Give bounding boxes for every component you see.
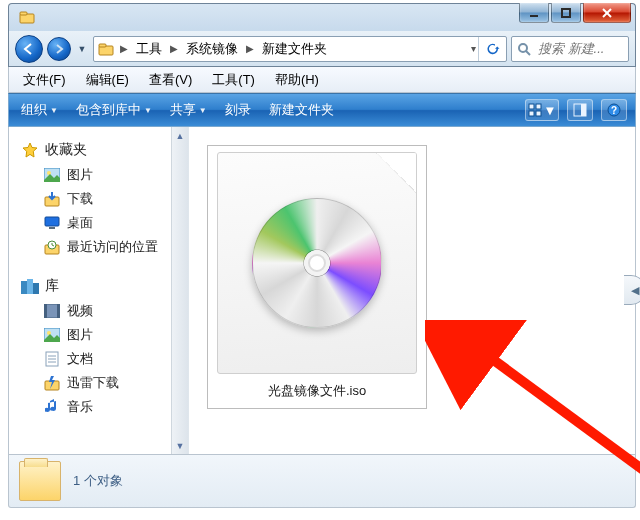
file-item[interactable]: 光盘镜像文件.iso: [207, 145, 427, 409]
nav-forward-button[interactable]: [47, 37, 71, 61]
view-options-button[interactable]: ▼: [525, 99, 559, 121]
window-maximize-button[interactable]: [551, 3, 581, 23]
breadcrumb-sep-icon[interactable]: ▶: [244, 37, 256, 61]
toolbar-include-label: 包含到库中: [76, 101, 141, 119]
breadcrumb[interactable]: 系统镜像: [180, 37, 244, 61]
scroll-up-icon[interactable]: ▲: [172, 127, 188, 144]
sidebar-item-label: 视频: [67, 302, 93, 320]
video-icon: [43, 303, 61, 319]
dropdown-icon: ▼: [144, 106, 152, 115]
search-icon: [512, 42, 536, 56]
items-view[interactable]: 光盘镜像文件.iso ◀: [189, 127, 635, 454]
status-bar: 1 个对象: [8, 455, 636, 508]
scroll-track[interactable]: [172, 144, 188, 437]
dropdown-icon: ▼: [199, 106, 207, 115]
preview-pane-toggle[interactable]: ◀: [624, 275, 640, 305]
window-icon: [19, 9, 35, 25]
svg-rect-22: [49, 227, 55, 229]
desktop-icon: [43, 215, 61, 231]
preview-pane-button[interactable]: [567, 99, 593, 121]
svg-rect-21: [45, 217, 59, 226]
svg-rect-7: [99, 44, 106, 47]
command-bar: 组织▼ 包含到库中▼ 共享▼ 刻录 新建文件夹 ▼ ?: [8, 93, 636, 127]
toolbar-burn-label: 刻录: [225, 101, 251, 119]
window-minimize-button[interactable]: [519, 3, 549, 23]
svg-rect-27: [33, 283, 39, 294]
sidebar-item-downloads[interactable]: 下载: [21, 187, 184, 211]
breadcrumb[interactable]: 工具: [130, 37, 168, 61]
sidebar-libraries-label: 库: [45, 277, 59, 295]
breadcrumb-sep-icon[interactable]: ▶: [118, 37, 130, 61]
status-item-count: 1 个对象: [73, 472, 123, 490]
sidebar-item-pictures[interactable]: 图片: [21, 163, 184, 187]
toolbar-include-in-library[interactable]: 包含到库中▼: [72, 98, 162, 122]
pictures-icon: [43, 167, 61, 183]
toolbar-new-folder[interactable]: 新建文件夹: [265, 98, 344, 122]
sidebar-scrollbar[interactable]: ▲ ▼: [171, 127, 188, 454]
svg-rect-29: [44, 304, 47, 318]
menu-tools[interactable]: 工具(T): [202, 68, 265, 92]
sidebar-library-videos[interactable]: 视频: [21, 299, 184, 323]
sidebar-library-documents[interactable]: 文档: [21, 347, 184, 371]
toolbar-share-label: 共享: [170, 101, 196, 119]
window-close-button[interactable]: [583, 3, 631, 23]
sidebar-library-pictures[interactable]: 图片: [21, 323, 184, 347]
search-input[interactable]: [536, 40, 616, 57]
svg-rect-30: [57, 304, 60, 318]
svg-rect-1: [20, 12, 27, 15]
breadcrumb-sep-icon[interactable]: ▶: [168, 37, 180, 61]
nav-history-dropdown[interactable]: ▼: [75, 37, 89, 61]
toolbar-organize[interactable]: 组织▼: [17, 98, 68, 122]
toolbar-share[interactable]: 共享▼: [166, 98, 217, 122]
sidebar-favorites-label: 收藏夹: [45, 141, 87, 159]
address-bar[interactable]: ▶ 工具 ▶ 系统镜像 ▶ 新建文件夹 ▾: [93, 36, 507, 62]
navigation-bar: ▼ ▶ 工具 ▶ 系统镜像 ▶ 新建文件夹 ▾: [8, 31, 636, 67]
menu-edit[interactable]: 编辑(E): [76, 68, 139, 92]
scroll-down-icon[interactable]: ▼: [172, 437, 188, 454]
file-name-label: 光盘镜像文件.iso: [268, 382, 366, 400]
sidebar-library-xunlei[interactable]: 迅雷下载: [21, 371, 184, 395]
download-icon: [43, 191, 61, 207]
help-button[interactable]: ?: [601, 99, 627, 121]
documents-icon: [43, 351, 61, 367]
toolbar-burn[interactable]: 刻录: [221, 98, 261, 122]
sidebar-favorites-header[interactable]: 收藏夹: [21, 141, 184, 159]
sidebar-item-recent[interactable]: 最近访问的位置: [21, 235, 184, 259]
file-thumbnail: [217, 152, 417, 374]
svg-rect-3: [562, 9, 570, 17]
menu-help[interactable]: 帮助(H): [265, 68, 329, 92]
svg-line-9: [526, 51, 530, 55]
pictures-icon: [43, 327, 61, 343]
sidebar-item-label: 图片: [67, 326, 93, 344]
sidebar-item-label: 音乐: [67, 398, 93, 416]
recent-icon: [43, 239, 61, 255]
svg-rect-12: [529, 111, 534, 116]
toolbar-new-folder-label: 新建文件夹: [269, 101, 334, 119]
svg-rect-26: [27, 279, 33, 294]
svg-rect-13: [536, 111, 541, 116]
menu-file[interactable]: 文件(F): [13, 68, 76, 92]
search-box[interactable]: [511, 36, 629, 62]
navigation-pane: 收藏夹 图片 下载 桌面 最近访问的位置 库 视频 图片: [9, 127, 189, 454]
svg-rect-10: [529, 104, 534, 109]
menu-view[interactable]: 查看(V): [139, 68, 202, 92]
svg-point-8: [519, 44, 527, 52]
sidebar-libraries-header[interactable]: 库: [21, 277, 184, 295]
menu-bar: 文件(F) 编辑(E) 查看(V) 工具(T) 帮助(H): [8, 67, 636, 93]
refresh-button[interactable]: [478, 37, 506, 61]
svg-rect-2: [530, 15, 538, 17]
dropdown-icon: ▼: [50, 106, 58, 115]
music-icon: [43, 399, 61, 415]
sidebar-library-music[interactable]: 音乐: [21, 395, 184, 419]
sidebar-item-label: 下载: [67, 190, 93, 208]
address-dropdown-icon[interactable]: ▾: [469, 37, 478, 61]
sidebar-item-label: 图片: [67, 166, 93, 184]
libraries-icon: [21, 278, 39, 294]
sidebar-item-label: 文档: [67, 350, 93, 368]
sidebar-item-desktop[interactable]: 桌面: [21, 211, 184, 235]
breadcrumb[interactable]: 新建文件夹: [256, 37, 333, 61]
disc-icon: [252, 198, 382, 328]
dropdown-icon: ▼: [544, 103, 557, 118]
nav-back-button[interactable]: [15, 35, 43, 63]
svg-point-32: [47, 331, 51, 335]
